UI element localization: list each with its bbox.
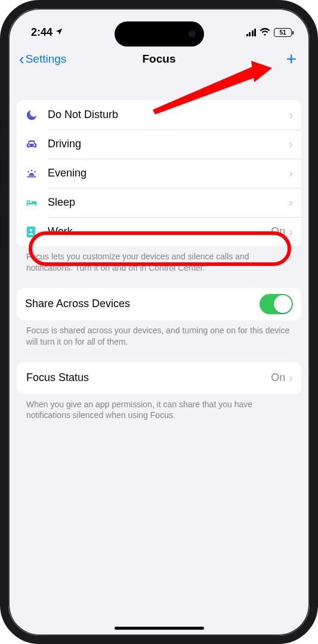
focus-row-label: Sleep (48, 196, 289, 209)
home-indicator (115, 627, 204, 630)
focus-status-row[interactable]: Focus Status On › (17, 362, 301, 394)
svg-point-1 (30, 229, 32, 231)
focus-modes-footer: Focus lets you customize your devices an… (17, 246, 301, 288)
focus-modes-group: Do Not Disturb › Driving › Evening › (17, 100, 301, 246)
side-button-silence (0, 113, 2, 137)
camera-dot-icon (189, 30, 196, 38)
chevron-left-icon: ‹ (19, 51, 24, 67)
side-button-vol-down (0, 209, 2, 250)
chevron-right-icon: › (289, 196, 293, 209)
chevron-right-icon: › (289, 137, 293, 151)
focus-row-label: Evening (48, 167, 289, 179)
focus-status-label: Focus Status (26, 371, 271, 384)
screen: 2:44 51 ‹ Settings Focus + (8, 8, 310, 636)
side-button-vol-up (0, 155, 2, 197)
focus-status-footer: When you give an app permission, it can … (17, 394, 301, 436)
focus-row-sleep[interactable]: Sleep › (17, 188, 301, 217)
share-label: Share Across Devices (25, 298, 260, 310)
share-across-devices-row: Share Across Devices (17, 288, 301, 320)
focus-row-work[interactable]: Work On › (17, 217, 301, 246)
sunset-icon (25, 167, 48, 180)
status-time: 2:44 (31, 26, 53, 39)
cellular-icon (246, 29, 257, 36)
battery-icon: 51 (274, 28, 292, 37)
badge-icon (25, 225, 48, 239)
wifi-icon (260, 26, 270, 39)
share-group: Share Across Devices (17, 288, 301, 320)
battery-pct: 51 (279, 29, 286, 36)
focus-row-evening[interactable]: Evening › (17, 159, 301, 188)
focus-row-dnd[interactable]: Do Not Disturb › (17, 100, 301, 129)
location-icon (55, 26, 63, 39)
focus-row-label: Driving (48, 138, 289, 150)
svg-rect-0 (27, 226, 36, 237)
back-label: Settings (26, 52, 67, 66)
dynamic-island (115, 21, 204, 47)
focus-row-value: On (271, 225, 285, 238)
add-focus-button[interactable]: + (283, 50, 299, 68)
car-icon (25, 138, 48, 151)
chevron-right-icon: › (289, 371, 293, 385)
bed-icon (25, 196, 48, 209)
share-footer: Focus is shared across your devices, and… (17, 320, 301, 362)
focus-row-driving[interactable]: Driving › (17, 129, 301, 159)
share-toggle[interactable] (260, 294, 293, 314)
content: Do Not Disturb › Driving › Evening › (8, 74, 310, 435)
back-button[interactable]: ‹ Settings (19, 51, 66, 67)
navbar: ‹ Settings Focus + (8, 44, 310, 74)
chevron-right-icon: › (289, 225, 293, 239)
chevron-right-icon: › (289, 108, 293, 122)
focus-row-label: Work (48, 225, 271, 238)
moon-icon (25, 109, 48, 122)
focus-status-value: On (271, 371, 285, 384)
toggle-knob-icon (274, 295, 292, 313)
focus-status-group: Focus Status On › (17, 362, 301, 394)
chevron-right-icon: › (289, 166, 293, 180)
focus-row-label: Do Not Disturb (48, 109, 289, 121)
